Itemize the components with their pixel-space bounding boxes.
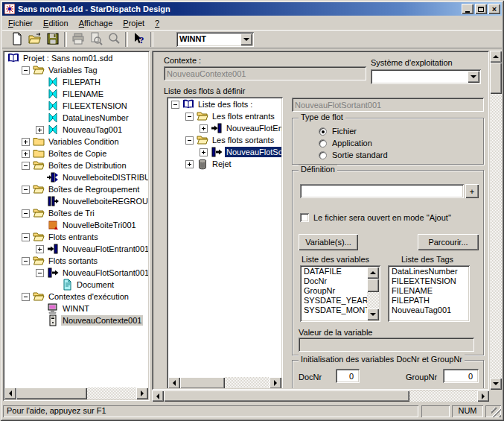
project-tree-item-bo-tes-de-tri[interactable]: Boîtes de Tri — [4, 207, 148, 219]
project-tree-item-projet-sans-nom01-sdd[interactable]: Projet : Sans nom01.sdd — [4, 52, 148, 64]
expander-plus-icon[interactable] — [22, 150, 30, 158]
scroll-down-button[interactable] — [367, 308, 379, 320]
project-tree-item-nouveauflotentrant001[interactable]: NouveauFlotEntrant001 — [4, 243, 148, 255]
menu-?[interactable]: ? — [150, 17, 165, 29]
project-tree-item-nouveaucontexte001[interactable]: NouveauContexte001 — [4, 314, 148, 326]
scrollbar-track[interactable] — [490, 51, 502, 390]
tag-item-filepath[interactable]: FILEPATH — [389, 296, 468, 306]
scroll-up-button[interactable] — [490, 51, 502, 63]
scrollbar-thumb[interactable] — [16, 387, 87, 399]
variable-item-docnr[interactable]: DocNr — [302, 276, 367, 286]
radio-sortie-standard[interactable] — [319, 151, 327, 159]
menu-affichage[interactable]: Affichage — [74, 17, 118, 29]
expander-minus-icon[interactable] — [22, 257, 30, 265]
menu-edition[interactable]: Edition — [38, 17, 74, 29]
minimize-button[interactable] — [462, 4, 473, 14]
expander-minus-icon[interactable] — [22, 162, 30, 170]
maximize-button[interactable] — [475, 4, 487, 14]
scroll-right-button[interactable] — [136, 387, 148, 399]
groupnr-field[interactable] — [443, 369, 479, 383]
flots-tree-item-nouveauflotso[interactable]: NouveauFlotSo — [168, 146, 281, 158]
variable-item-groupnr[interactable]: GroupNr — [302, 286, 367, 296]
expander-minus-icon[interactable] — [22, 186, 30, 194]
project-tree-item-bo-tes-de-regroupement[interactable]: Boîtes de Regroupement — [4, 183, 148, 195]
open-folder-button[interactable] — [26, 31, 44, 48]
variable-item-sysdate-mont[interactable]: SYSDATE_MONT — [302, 306, 367, 315]
title-bar[interactable]: Sans nom01.sdd - StarDispatch Design × — [2, 2, 502, 16]
expander-minus-icon[interactable] — [22, 66, 30, 75]
scroll-left-button[interactable] — [152, 390, 164, 402]
radio-application[interactable] — [319, 139, 327, 148]
save-button[interactable] — [44, 31, 62, 48]
flots-tree-item-les-flots-sortants[interactable]: Les flots sortants — [168, 134, 281, 146]
project-tree-item-bo-tes-de-distribution[interactable]: Boîtes de Distribution — [4, 159, 148, 171]
tag-item-fileextension[interactable]: FILEEXTENSION — [389, 276, 468, 286]
close-button[interactable]: × — [488, 4, 500, 14]
project-tree-item-variables-condition[interactable]: Variables Condition — [4, 136, 148, 148]
scrollbar-thumb[interactable] — [367, 279, 379, 292]
variables-button[interactable]: Variable(s)... — [299, 234, 358, 250]
expander-plus-icon[interactable] — [36, 126, 44, 134]
docnr-field[interactable] — [336, 369, 360, 383]
variables-listbox[interactable]: DATAFILEDocNrGroupNrSYSDATE_YEARSYSDATE_… — [300, 265, 380, 322]
project-tree-item-document[interactable]: Document — [4, 279, 148, 291]
project-tree-item-nouvelleboiteregroupem[interactable]: NouvelleboiteREGROUPEM — [4, 195, 148, 207]
scroll-right-button[interactable] — [269, 377, 281, 388]
expander-minus-icon[interactable] — [22, 293, 30, 301]
project-tree-item-nouvelleboitedistributio[interactable]: NouvelleboiteDISTRIBUTIO — [4, 171, 148, 183]
detail-vscrollbar[interactable] — [490, 51, 502, 390]
tag-item-datalinesnumber[interactable]: DataLinesNumber — [389, 267, 468, 276]
project-tree-item-bo-tes-de-copie[interactable]: Boîtes de Copie — [4, 148, 148, 159]
expander-plus-icon[interactable] — [185, 160, 194, 168]
expander-minus-icon[interactable] — [36, 269, 44, 277]
browse-button[interactable]: Parcourir... — [418, 234, 479, 250]
append-mode-checkbox[interactable] — [300, 213, 309, 222]
scroll-left-button[interactable] — [4, 387, 16, 399]
menu-projet[interactable]: Projet — [118, 17, 150, 29]
tag-item-filename[interactable]: FILENAME — [389, 286, 468, 296]
scroll-down-button[interactable] — [490, 378, 502, 390]
scrollbar-thumb[interactable] — [180, 377, 225, 388]
os-combobox-dropdown-button[interactable] — [468, 71, 479, 83]
project-tree-item-nouveauflotsortant001[interactable]: NouveauFlotSortant001 — [4, 267, 148, 279]
project-tree-item-nouvelleboitetri001[interactable]: NouvelleBoiteTri001 — [4, 219, 148, 231]
tag-item-nouveautag001[interactable]: NouveauTag001 — [389, 306, 468, 315]
scroll-up-button[interactable] — [367, 267, 379, 279]
expander-plus-icon[interactable] — [200, 124, 208, 133]
project-tree-hscrollbar[interactable] — [4, 387, 148, 399]
expander-plus-icon[interactable] — [22, 138, 30, 146]
variables-list-vscrollbar[interactable] — [367, 267, 379, 320]
add-definition-button[interactable]: + — [465, 184, 479, 198]
tags-listbox[interactable]: DataLinesNumberFILEEXTENSIONFILENAMEFILE… — [388, 265, 470, 322]
radio-fichier[interactable] — [319, 127, 327, 136]
flots-tree-item-rejet[interactable]: Rejet — [168, 158, 281, 170]
project-tree-item-filename[interactable]: FILENAME — [4, 88, 148, 100]
execution-context-combobox[interactable]: WINNT — [176, 32, 254, 47]
resize-grip[interactable] — [491, 408, 501, 417]
project-tree-item-flots-entrants[interactable]: Flots entrants — [4, 231, 148, 243]
new-document-button[interactable] — [8, 31, 26, 48]
expander-minus-icon[interactable] — [22, 209, 30, 218]
project-tree-item-contextes-d-ex-cution[interactable]: Contextes d'exécution — [4, 291, 148, 303]
flots-tree-item-les-flots-entrants[interactable]: Les flots entrants — [168, 110, 281, 122]
expander-minus-icon[interactable] — [185, 113, 194, 121]
combobox-dropdown-button[interactable] — [240, 34, 252, 45]
os-combobox[interactable] — [371, 69, 481, 84]
definition-path-input[interactable] — [300, 184, 464, 198]
expander-minus-icon[interactable] — [185, 136, 194, 145]
project-tree-item-winnt[interactable]: WINNT — [4, 303, 148, 314]
scrollbar-thumb[interactable] — [164, 390, 409, 402]
variable-item-sysdate-year[interactable]: SYSDATE_YEAR — [302, 296, 367, 306]
menu-fichier[interactable]: Fichier — [3, 17, 38, 29]
flots-tree-item-nouveaufloten[interactable]: NouveauFlotEn — [168, 122, 281, 134]
flots-tree-hscrollbar[interactable] — [168, 377, 281, 388]
context-help-button[interactable]: ? — [130, 31, 148, 48]
project-tree-item-filepath[interactable]: FILEPATH — [4, 76, 148, 88]
project-tree-item-flots-sortants[interactable]: Flots sortants — [4, 255, 148, 267]
expander-plus-icon[interactable] — [36, 245, 44, 253]
expander-plus-icon[interactable] — [200, 148, 208, 156]
project-tree-item-variables-tag[interactable]: Variables Tag — [4, 64, 148, 76]
flots-tree-item-liste-des-flots[interactable]: Liste des flots : — [168, 98, 281, 110]
scroll-left-button[interactable] — [168, 377, 180, 388]
project-tree-item-fileextension[interactable]: FILEEXTENSION — [4, 100, 148, 112]
